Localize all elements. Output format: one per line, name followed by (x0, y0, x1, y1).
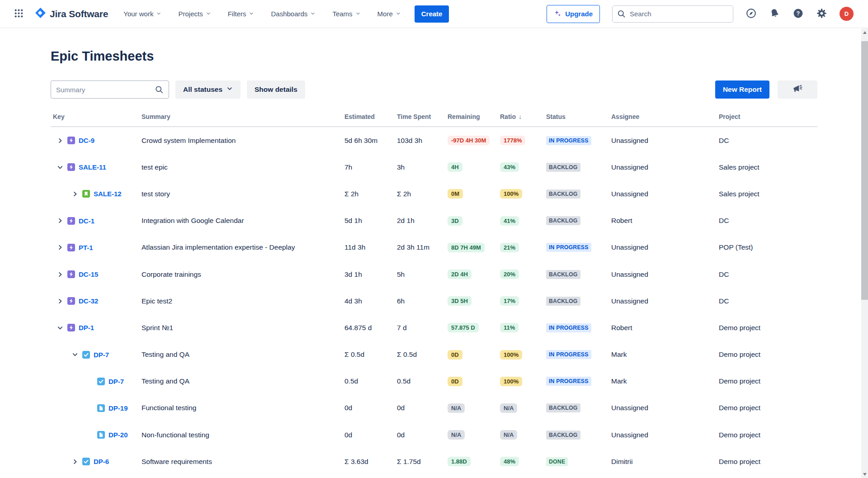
create-button[interactable]: Create (415, 5, 449, 23)
issue-key-link[interactable]: SALE-12 (94, 190, 122, 198)
table-row[interactable]: DP-20 Non-functional testing 0d 0d N/A N… (51, 421, 817, 448)
issue-key-link[interactable]: DP-1 (79, 324, 94, 331)
chevron-spacer (87, 405, 93, 411)
status-cell: BACKLOG (546, 163, 611, 172)
new-report-button[interactable]: New Report (715, 80, 769, 99)
table-row[interactable]: DP-1 Sprint №1 64.875 d 7 d 57.875 D 11%… (51, 314, 817, 341)
table-row[interactable]: DC-15 Corporate trainings 3d 1h 5h 2D 4H… (51, 261, 817, 288)
nav-item-teams[interactable]: Teams (332, 10, 360, 18)
help-button[interactable]: ? (793, 8, 804, 20)
column-header-estimated[interactable]: Estimated (344, 113, 397, 120)
svg-text:?: ? (797, 10, 800, 16)
summary-filter-input[interactable] (51, 80, 169, 99)
chevron-right-icon[interactable] (57, 218, 63, 224)
column-header-time-spent[interactable]: Time Spent (397, 113, 448, 120)
column-header-key[interactable]: Key (51, 113, 142, 120)
column-header-project[interactable]: Project (719, 113, 817, 120)
issue-key-link[interactable]: DP-20 (108, 431, 128, 439)
issue-key-link[interactable]: DC-1 (79, 217, 94, 225)
table-row[interactable]: DC-1 Integration with Google Calendar 5d… (51, 208, 817, 234)
table-row[interactable]: SALE-12 test story Σ 2h Σ 2h 0M 100% BAC… (51, 180, 817, 207)
time-spent-cell: Σ 1.75d (397, 458, 448, 466)
remaining-badge: 3D (448, 216, 462, 226)
chevron-right-icon[interactable] (57, 244, 63, 251)
table-row[interactable]: DC-9 Crowd system Implementation 5d 6h 3… (51, 127, 817, 154)
nav-item-label: Your work (123, 10, 153, 18)
chevron-spacer (87, 378, 93, 384)
scrollbar-thumb[interactable] (861, 41, 868, 300)
table-row[interactable]: DP-19 Functional testing 0d 0d N/A N/A B… (51, 395, 817, 421)
nav-item-your-work[interactable]: Your work (123, 10, 161, 18)
compass-icon (745, 8, 757, 20)
table-row[interactable]: PT-1 Atlassian Jira implementation exper… (51, 234, 817, 261)
issue-key-link[interactable]: DC-15 (79, 270, 98, 278)
feedback-button[interactable] (778, 80, 817, 99)
epic-icon (67, 297, 75, 305)
column-header-summary[interactable]: Summary (142, 113, 344, 120)
ratio-cell: 43% (500, 162, 546, 172)
ratio-badge: 11% (500, 323, 519, 332)
chevron-right-icon[interactable] (57, 271, 63, 278)
chevron-down-icon[interactable] (72, 351, 78, 358)
issue-key-link[interactable]: SALE-11 (79, 163, 106, 171)
column-header-status[interactable]: Status (546, 113, 611, 120)
chevron-right-icon[interactable] (72, 191, 78, 197)
primary-nav: Your work Projects Filters Dashboards Te… (123, 10, 401, 18)
remaining-badge: 0D (448, 350, 462, 360)
user-avatar[interactable]: D (840, 7, 854, 21)
discover-button[interactable] (745, 8, 757, 20)
assignee-cell: Mark (611, 377, 719, 385)
key-cell: DP-6 (51, 458, 142, 465)
chevron-down-icon[interactable] (57, 325, 63, 331)
column-header-remaining[interactable]: Remaining (448, 113, 500, 120)
jira-logo[interactable]: Jira Software (34, 7, 108, 21)
status-lozenge: BACKLOG (546, 403, 580, 412)
scroll-down-button[interactable] (861, 470, 868, 478)
chevron-right-icon[interactable] (72, 459, 78, 465)
issue-key-link[interactable]: DP-6 (94, 458, 109, 465)
issue-key-link[interactable]: DP-7 (108, 378, 124, 385)
scroll-up-button[interactable] (861, 28, 868, 36)
column-header-assignee[interactable]: Assignee (611, 113, 719, 120)
column-header-label: Key (53, 113, 65, 120)
key-cell: DP-19 (51, 404, 142, 412)
ratio-cell: 100% (500, 350, 546, 360)
key-cell: PT-1 (51, 244, 142, 251)
nav-item-dashboards[interactable]: Dashboards (271, 10, 316, 18)
nav-item-projects[interactable]: Projects (178, 10, 211, 18)
key-cell: DC-15 (51, 270, 142, 278)
nav-item-label: Projects (178, 10, 203, 18)
table-row[interactable]: DP-7 Testing and QA Σ 0.5d Σ 0.5d 0D 100… (51, 341, 817, 368)
chevron-right-icon[interactable] (57, 298, 63, 304)
issue-key-link[interactable]: DC-9 (79, 137, 94, 144)
show-details-button[interactable]: Show details (247, 80, 305, 99)
key-cell: DP-7 (51, 351, 142, 359)
status-lozenge: BACKLOG (546, 189, 580, 199)
remaining-cell: 0D (448, 350, 500, 360)
notifications-button[interactable] (769, 8, 780, 20)
issue-key-link[interactable]: PT-1 (79, 244, 93, 251)
upgrade-button[interactable]: Upgrade (547, 5, 600, 23)
table-row[interactable]: SALE-11 test epic 7h 3h 4H 43% BACKLOG U… (51, 154, 817, 180)
chevron-right-icon[interactable] (57, 137, 63, 144)
settings-button[interactable] (816, 8, 827, 20)
upgrade-label: Upgrade (565, 10, 593, 18)
ratio-badge: N/A (500, 430, 517, 440)
app-switcher-button[interactable] (14, 9, 24, 19)
assignee-cell: Unassigned (611, 243, 719, 251)
nav-item-filters[interactable]: Filters (228, 10, 255, 18)
issue-key-link[interactable]: DC-32 (79, 297, 98, 305)
status-filter-dropdown[interactable]: All statuses (175, 80, 241, 99)
table-row[interactable]: DP-7 Testing and QA 0.5d 0.5d 0D 100% IN… (51, 368, 817, 395)
table-row[interactable]: DP-6 Software requirements Σ 3.63d Σ 1.7… (51, 448, 817, 475)
issue-key-link[interactable]: DP-19 (108, 404, 128, 412)
search-input[interactable] (612, 5, 733, 23)
key-cell: DP-7 (51, 378, 142, 385)
table-row[interactable]: DC-32 Epic test2 4d 3h 6h 3D 5H 17% BACK… (51, 288, 817, 314)
column-header-ratio[interactable]: Ratio↓ (500, 113, 546, 120)
issue-key-link[interactable]: DP-7 (94, 351, 109, 359)
summary-cell: Epic test2 (142, 297, 344, 305)
remaining-badge: 1.88D (448, 457, 471, 466)
nav-item-more[interactable]: More (377, 10, 401, 18)
chevron-down-icon[interactable] (57, 164, 63, 170)
